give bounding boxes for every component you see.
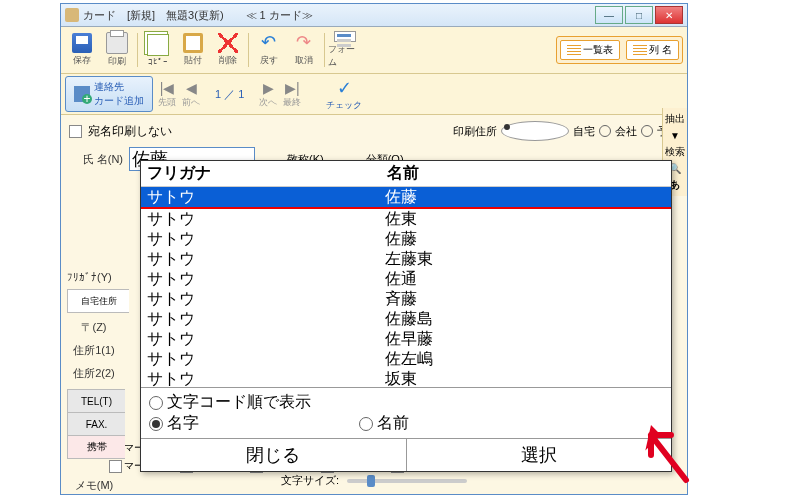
annotation-arrow: [636, 420, 696, 493]
copy-icon: [147, 34, 169, 56]
add-card-icon: [74, 86, 90, 102]
maximize-button[interactable]: □: [625, 6, 653, 24]
titlebar: カード [新規] 無題3(更新) ≪ 1 カード≫ — □ ✕: [61, 4, 687, 27]
undo-icon: [259, 33, 279, 53]
sort-name-radio[interactable]: [359, 417, 373, 431]
sort-surname-radio[interactable]: [149, 417, 163, 431]
navbar: 連絡先 カード追加 |◀先頭 ◀前へ 1 ／ 1 ▶次へ ▶|最終 ✓チェック: [61, 74, 687, 115]
print-icon: [106, 32, 128, 54]
addr1-label: 住所1(1): [67, 343, 121, 358]
radio-spare[interactable]: [641, 125, 653, 137]
suggestion-row[interactable]: サトウ佐藤島: [141, 309, 671, 329]
tab-home-address[interactable]: 自宅住所: [67, 289, 129, 313]
tab-tel[interactable]: TEL(T): [67, 389, 125, 413]
fontsize-label: 文字サイズ:: [281, 473, 339, 488]
no-print-label: 宛名印刷しない: [88, 123, 172, 140]
undo-button[interactable]: 戻す: [252, 31, 286, 69]
popup-header-furigana: フリガナ: [141, 163, 387, 184]
furigana-label: ﾌﾘｶﾞﾅ(Y): [67, 271, 121, 283]
radio-home[interactable]: [501, 121, 569, 141]
columns-icon: [633, 45, 647, 55]
save-icon: [72, 33, 92, 53]
check-button[interactable]: ✓チェック: [326, 77, 362, 112]
first-button[interactable]: |◀先頭: [157, 78, 177, 110]
redo-icon: [294, 33, 314, 53]
last-button[interactable]: ▶|最終: [282, 78, 302, 110]
addr2-label: 住所2(2): [67, 366, 121, 381]
suggestion-row[interactable]: サトウ佐通: [141, 269, 671, 289]
list-icon: [567, 45, 581, 55]
form-icon: [334, 31, 356, 42]
name-label: 氏 名(N): [69, 152, 123, 167]
tab-mobile[interactable]: 携帯: [67, 435, 125, 459]
fontsize-slider[interactable]: [347, 479, 467, 483]
suggestion-row[interactable]: サトウ坂東: [141, 369, 671, 387]
popup-list[interactable]: サトウ佐藤サトウ佐東サトウ佐藤サトウ左藤東サトウ佐通サトウ斉藤サトウ佐藤島サトウ…: [141, 187, 671, 387]
suggestion-row[interactable]: サトウ左藤東: [141, 249, 671, 269]
copy-button[interactable]: ｺﾋﾟｰ: [141, 31, 175, 69]
suggestion-row[interactable]: サトウ佐藤: [141, 229, 671, 249]
paste-button[interactable]: 貼付: [176, 31, 210, 69]
print-button[interactable]: 印刷: [100, 31, 134, 69]
delete-icon: [218, 33, 238, 53]
minimize-button[interactable]: —: [595, 6, 623, 24]
suggestion-row[interactable]: サトウ佐早藤: [141, 329, 671, 349]
delete-button[interactable]: 削除: [211, 31, 245, 69]
columns-button[interactable]: 列 名: [626, 40, 679, 60]
list-view-button[interactable]: 一覧表: [560, 40, 620, 60]
next-button[interactable]: ▶次へ: [258, 78, 278, 110]
print-location-label: 印刷住所: [453, 124, 497, 139]
tab-fax[interactable]: FAX.: [67, 412, 125, 436]
name-suggestion-popup: フリガナ 名前 サトウ佐藤サトウ佐東サトウ佐藤サトウ左藤東サトウ佐通サトウ斉藤サ…: [140, 160, 672, 472]
app-icon: [65, 8, 79, 22]
close-button[interactable]: ✕: [655, 6, 683, 24]
suggestion-row[interactable]: サトウ斉藤: [141, 289, 671, 309]
no-print-checkbox[interactable]: [69, 125, 82, 138]
form-button[interactable]: フォーム: [328, 31, 362, 69]
suggestion-row[interactable]: サトウ佐東: [141, 209, 671, 229]
suggestion-row[interactable]: サトウ佐左嶋: [141, 349, 671, 369]
save-button[interactable]: 保存: [65, 31, 99, 69]
page-indicator: 1 ／ 1: [215, 87, 244, 102]
sort-code-radio[interactable]: [149, 396, 163, 410]
prev-button[interactable]: ◀前へ: [181, 78, 201, 110]
redo-button[interactable]: 取消: [287, 31, 321, 69]
window-title: カード [新規] 無題3(更新) ≪ 1 カード≫: [83, 8, 595, 23]
paste-icon: [183, 33, 203, 53]
extract-button[interactable]: 抽出: [663, 110, 687, 128]
popup-select-button[interactable]: 選択: [407, 439, 672, 471]
popup-close-button[interactable]: 閉じる: [141, 439, 407, 471]
add-card-button[interactable]: 連絡先 カード追加: [65, 76, 153, 112]
suggestion-row[interactable]: サトウ佐藤: [141, 187, 671, 207]
popup-header-name: 名前: [387, 163, 671, 184]
toolbar: 保存 印刷 ｺﾋﾟｰ 貼付 削除 戻す 取消 フォーム 一覧表 列 名: [61, 27, 687, 74]
search-button[interactable]: 検索: [663, 143, 687, 161]
radio-office[interactable]: [599, 125, 611, 137]
postal-label: 〒(Z): [67, 320, 121, 335]
